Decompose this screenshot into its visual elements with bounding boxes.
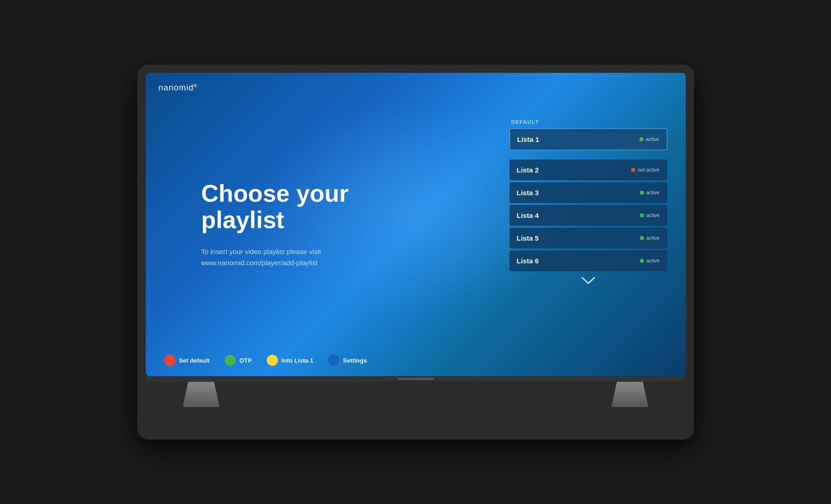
status-badge-lista4: active [640, 212, 660, 218]
set-default-label: Set default [179, 357, 210, 364]
yellow-button-icon[interactable] [267, 355, 278, 366]
green-button-icon[interactable] [225, 355, 236, 366]
status-badge-lista6: active [640, 258, 660, 263]
info-label: Info Lista 1 [282, 357, 314, 364]
action-info[interactable]: Info Lista 1 [267, 355, 314, 366]
app-logo: nanomid® [159, 83, 198, 93]
title-line1: Choose your [201, 180, 349, 207]
status-text-lista6: active [646, 258, 660, 263]
playlist-name-lista3: Lista 3 [517, 189, 539, 197]
tv-outer: nanomid® Choose your playlist To insert … [137, 64, 694, 440]
status-dot-lista3 [640, 191, 644, 195]
playlist-panel: DEFAULT Lista 1 active Lista 2 not activ… [509, 119, 667, 288]
bottom-action-bar: Set default OTP Info Lista 1 Settings [164, 355, 667, 366]
blue-button-icon[interactable] [328, 355, 339, 366]
playlist-name-lista2: Lista 2 [517, 166, 539, 174]
action-otp[interactable]: OTP [225, 355, 252, 366]
action-set-default[interactable]: Set default [164, 355, 210, 366]
status-dot-lista5 [640, 236, 644, 240]
status-text-lista5: active [646, 235, 660, 241]
status-badge-lista2: not active [631, 167, 659, 172]
subtitle-text: To insert your video playlist please vis… [201, 246, 349, 268]
tv-speaker [397, 378, 434, 380]
status-badge-lista3: active [640, 190, 660, 195]
status-dot-lista4 [640, 213, 644, 217]
playlist-item-lista5[interactable]: Lista 5 active [509, 228, 667, 249]
playlist-name-lista6: Lista 6 [517, 257, 539, 265]
left-content: Choose your playlist To insert your vide… [201, 180, 349, 268]
playlist-name-lista5: Lista 5 [517, 234, 539, 242]
tv-bezel-bottom [146, 376, 686, 382]
playlist-item-lista2[interactable]: Lista 2 not active [509, 159, 667, 180]
status-badge-lista5: active [640, 235, 660, 241]
settings-label: Settings [343, 357, 367, 364]
playlist-item-lista3[interactable]: Lista 3 active [509, 182, 667, 203]
playlist-list: Lista 2 not active Lista 3 active Lista … [509, 159, 667, 271]
status-text-lista2: not active [638, 167, 659, 172]
otp-label: OTP [239, 357, 252, 364]
default-playlist-item[interactable]: Lista 1 active [509, 128, 667, 150]
status-dot-lista2 [631, 168, 635, 172]
action-settings[interactable]: Settings [328, 355, 367, 366]
default-playlist-name: Lista 1 [517, 135, 540, 143]
default-status-badge: active [639, 136, 659, 142]
red-button-icon[interactable] [164, 355, 175, 366]
scroll-down-indicator[interactable] [509, 276, 667, 288]
stand-leg-right [612, 382, 649, 407]
status-text-lista3: active [646, 190, 660, 195]
main-title: Choose your playlist [201, 180, 349, 233]
playlist-name-lista4: Lista 4 [517, 211, 539, 219]
stand-leg-left [183, 382, 220, 407]
status-text-lista4: active [646, 212, 660, 218]
status-dot-lista6 [640, 259, 644, 263]
default-label: DEFAULT [509, 119, 667, 125]
logo-text: nanomid [159, 83, 194, 92]
default-status-dot [639, 137, 644, 141]
default-status-text: active [646, 136, 659, 142]
playlist-item-lista4[interactable]: Lista 4 active [509, 205, 667, 226]
playlist-item-lista6[interactable]: Lista 6 active [509, 250, 667, 271]
title-line2: playlist [201, 207, 349, 233]
tv-screen: nanomid® Choose your playlist To insert … [146, 73, 686, 376]
tv-stand [146, 382, 686, 407]
logo-trademark: ® [194, 83, 198, 88]
